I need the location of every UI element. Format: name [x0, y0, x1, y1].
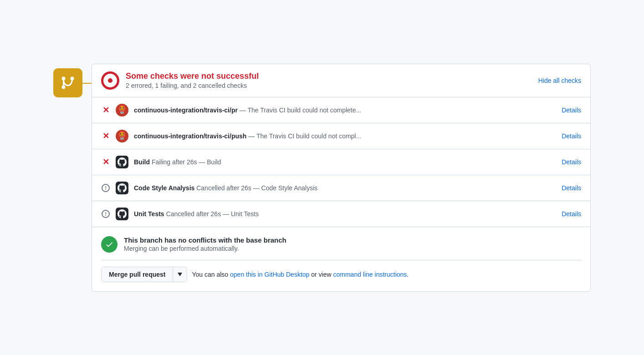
details-link-build[interactable]: Details — [562, 158, 581, 166]
checks-list: ✕ continuous-integration/travis-ci/pr — [92, 97, 590, 227]
github-logo-unit-tests — [116, 208, 128, 220]
check-desc-code-style: Cancelled after 26s — Code Style Analysi… — [196, 184, 317, 192]
checks-title: Some checks were not successful — [126, 71, 259, 81]
open-github-desktop-link[interactable]: open this in GitHub Desktop — [230, 271, 311, 278]
details-link-code-style[interactable]: Details — [562, 184, 581, 192]
check-row-travis-pr: ✕ continuous-integration/travis-ci/pr — [92, 97, 590, 123]
git-merge-icon — [53, 68, 82, 97]
check-row-code-style: ! Code Style Analysis Cancelled after 26… — [92, 175, 590, 201]
details-link-travis-pr[interactable]: Details — [562, 106, 581, 114]
merge-info-prefix: You can also — [192, 271, 228, 278]
check-info-build: Build Failing after 26s — Build — [134, 158, 556, 166]
check-desc-travis-pr: — The Travis CI build could not complete… — [240, 106, 361, 114]
page-wrapper: Some checks were not successful 2 errore… — [53, 64, 591, 292]
svg-point-8 — [123, 107, 124, 108]
details-link-unit-tests[interactable]: Details — [562, 210, 581, 218]
travis-ci-logo-push — [116, 130, 128, 142]
check-name-build: Build — [134, 158, 150, 166]
check-row-unit-tests: ! Unit Tests Cancelled after 26s — Unit … — [92, 201, 590, 227]
merge-actions: Merge pull request You can also open thi… — [101, 260, 581, 282]
connector-line — [82, 83, 92, 84]
svg-point-1 — [62, 85, 66, 89]
checks-subtitle: 2 errored, 1 failing, and 2 cancelled ch… — [126, 82, 259, 89]
card-header: Some checks were not successful 2 errore… — [92, 64, 590, 97]
merge-info-text: You can also open this in GitHub Desktop… — [192, 271, 409, 278]
svg-rect-15 — [120, 137, 124, 140]
merge-button-group: Merge pull request — [101, 267, 187, 282]
check-info-code-style: Code Style Analysis Cancelled after 26s … — [134, 184, 556, 192]
no-conflict-status: This branch has no conflicts with the ba… — [101, 236, 581, 253]
check-name-code-style: Code Style Analysis — [134, 184, 194, 192]
check-name-unit-tests: Unit Tests — [134, 210, 164, 218]
svg-point-2 — [71, 76, 74, 80]
svg-point-14 — [123, 133, 124, 134]
check-desc-unit-tests: Cancelled after 26s — Unit Tests — [166, 210, 259, 218]
details-link-travis-push[interactable]: Details — [562, 132, 581, 140]
merge-section: This branch has no conflicts with the ba… — [92, 227, 590, 291]
no-conflict-subtitle: Merging can be performed automatically. — [124, 245, 286, 252]
error-icon-travis-push: ✕ — [101, 132, 110, 141]
check-info-travis-push: continuous-integration/travis-ci/push — … — [134, 132, 556, 140]
checks-card: Some checks were not successful 2 errore… — [92, 64, 591, 292]
check-info-travis-pr: continuous-integration/travis-ci/pr — Th… — [134, 106, 556, 114]
merge-info-suffix: . — [407, 271, 409, 278]
travis-ci-logo-pr — [116, 104, 128, 117]
cancelled-icon-unit-tests: ! — [101, 209, 110, 218]
merge-dropdown-button[interactable] — [173, 267, 187, 282]
check-desc-build: Failing after 26s — Build — [152, 158, 221, 166]
green-check-icon — [101, 236, 118, 253]
check-desc-travis-push: — The Travis CI build could not compl... — [248, 132, 361, 140]
check-info-unit-tests: Unit Tests Cancelled after 26s — Unit Te… — [134, 210, 556, 218]
check-name-travis-push: continuous-integration/travis-ci/push — [134, 132, 246, 140]
check-row-build: ✕ Build Failing after 26s — Build Detail… — [92, 149, 590, 175]
github-logo-build — [116, 156, 128, 168]
merge-info-middle: or view — [311, 271, 331, 278]
header-left: Some checks were not successful 2 errore… — [101, 71, 259, 90]
no-conflict-title: This branch has no conflicts with the ba… — [124, 236, 286, 244]
svg-point-13 — [120, 133, 122, 134]
merge-pull-request-button[interactable]: Merge pull request — [102, 267, 173, 282]
check-name-travis-pr: continuous-integration/travis-ci/pr — [134, 106, 238, 114]
no-conflict-text: This branch has no conflicts with the ba… — [124, 236, 286, 252]
svg-point-0 — [62, 76, 66, 80]
cancelled-icon-code-style: ! — [101, 183, 110, 193]
svg-rect-9 — [120, 112, 124, 114]
hide-all-checks-button[interactable]: Hide all checks — [538, 77, 581, 84]
command-line-instructions-link[interactable]: command line instructions — [333, 271, 407, 278]
error-icon-build: ✕ — [101, 157, 110, 167]
error-status-icon — [101, 71, 119, 90]
header-text: Some checks were not successful 2 errore… — [126, 71, 259, 89]
github-logo-code-style — [116, 182, 128, 194]
check-row-travis-push: ✕ continuous-integration/travis-ci/push — [92, 123, 590, 149]
error-icon-travis-pr: ✕ — [101, 106, 110, 115]
svg-point-7 — [120, 107, 122, 108]
